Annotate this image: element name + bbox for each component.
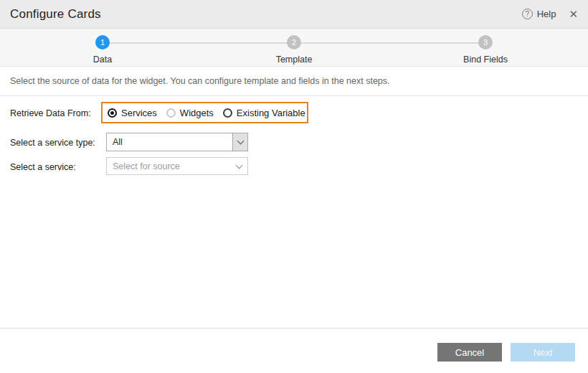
radio-unselected-icon (223, 108, 232, 118)
radio-services[interactable]: Services (108, 108, 157, 118)
step-template-circle: 2 (287, 35, 301, 49)
radio-disabled-icon (166, 108, 176, 118)
radio-widgets[interactable]: Widgets (166, 108, 214, 118)
radio-existing-variable[interactable]: Existing Variable (223, 108, 305, 118)
radio-widgets-label: Widgets (180, 108, 214, 118)
help-label: Help (537, 9, 556, 19)
help-button[interactable]: ? Help (522, 9, 556, 19)
service-type-selected-value: All (107, 133, 232, 151)
retrieve-data-label: Retrieve Data From: (10, 108, 91, 118)
dialog-header: Configure Cards ? Help ✕ (0, 0, 588, 29)
step-bind-fields-label: Bind Fields (463, 55, 508, 65)
step-bind-fields-circle: 3 (478, 35, 493, 49)
radio-services-label: Services (121, 108, 157, 118)
step-data-circle: 1 (95, 35, 110, 49)
service-type-select[interactable]: All (106, 133, 248, 151)
header-actions: ? Help ✕ (522, 9, 578, 19)
retrieve-data-radio-group-highlight: Services Widgets Existing Variable (101, 102, 308, 123)
radio-existing-variable-label: Existing Variable (237, 108, 305, 118)
service-select[interactable]: Select for source (106, 157, 248, 175)
section-divider (0, 95, 588, 96)
page-title: Configure Cards (10, 7, 101, 22)
service-label: Select a service: (10, 162, 76, 172)
wizard-stepper: 1 Data 2 Template 3 Bind Fields (0, 29, 588, 67)
description-text: Select the source of data for the widget… (10, 76, 390, 86)
step-data-label: Data (93, 55, 112, 65)
cancel-button[interactable]: Cancel (437, 343, 502, 362)
select-arrow-button[interactable] (232, 133, 247, 151)
radio-selected-icon (108, 108, 117, 118)
chevron-down-icon (237, 138, 244, 145)
step-template-label: Template (276, 55, 313, 65)
next-button[interactable]: Next (511, 343, 575, 362)
footer-divider (0, 328, 588, 329)
chevron-down-icon (236, 161, 243, 169)
help-icon: ? (522, 9, 533, 19)
close-icon[interactable]: ✕ (569, 9, 578, 19)
service-type-label: Select a service type: (10, 138, 95, 148)
service-select-placeholder: Select for source (113, 161, 180, 171)
